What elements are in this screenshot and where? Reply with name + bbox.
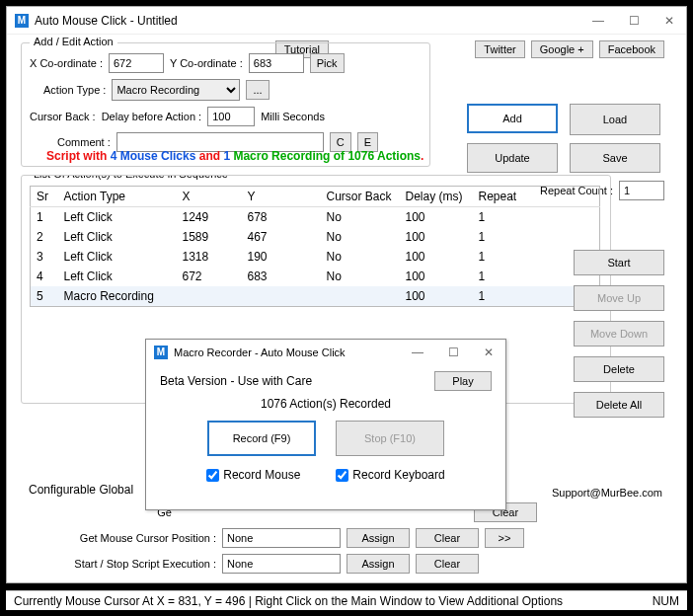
beta-label: Beta Version - Use with Care <box>160 374 312 388</box>
get-cursor-input[interactable] <box>222 528 341 548</box>
delete-all-button[interactable]: Delete All <box>574 392 664 418</box>
conf-global-label: Configurable Global <box>29 483 133 497</box>
action-type-label: Action Type : <box>43 84 106 96</box>
repeat-input[interactable] <box>619 181 664 200</box>
th-cb: Cursor Back <box>321 187 400 207</box>
app-logo: M <box>15 14 29 28</box>
th-type: Action Type <box>58 187 177 207</box>
list-legend: List Of Action(s) to Execute in Sequence <box>30 175 232 180</box>
th-sr: Sr <box>31 187 58 207</box>
add-button[interactable]: Add <box>467 104 558 133</box>
get-cursor-label: Get Mouse Cursor Position : <box>29 532 216 544</box>
comment-label: Comment : <box>57 136 111 148</box>
e-button[interactable]: E <box>357 132 378 152</box>
move-up-button[interactable]: Move Up <box>574 285 664 311</box>
group-title: Add / Edit Action <box>30 36 117 47</box>
th-y: Y <box>242 187 321 207</box>
table-row[interactable]: 3Left Click1318190No1001 <box>31 247 600 267</box>
th-x: X <box>177 187 242 207</box>
support-link[interactable]: Support@MurBee.com <box>552 487 662 499</box>
save-button[interactable]: Save <box>570 143 660 173</box>
assign3-button[interactable]: Assign <box>346 554 410 574</box>
start-button[interactable]: Start <box>574 250 664 275</box>
minimize-icon[interactable]: — <box>589 14 607 28</box>
rec-maximize-icon[interactable]: ☐ <box>444 346 462 359</box>
titlebar: M Auto Mouse Click - Untitled — ☐ ✕ <box>7 7 686 35</box>
num-indicator: NUM <box>653 594 679 608</box>
status-text: Currently Mouse Cursor At X = 831, Y = 4… <box>14 594 563 608</box>
stop-button[interactable]: Stop (F10) <box>336 421 444 456</box>
action-table[interactable]: Sr Action Type X Y Cursor Back Delay (ms… <box>30 186 600 307</box>
maximize-icon[interactable]: ☐ <box>625 14 643 28</box>
more-button[interactable]: >> <box>485 528 524 548</box>
close-icon[interactable]: ✕ <box>660 14 678 28</box>
y-input[interactable] <box>249 53 304 73</box>
action-type-select[interactable]: Macro Recording <box>112 79 240 101</box>
comment-input[interactable] <box>116 132 324 152</box>
th-delay: Delay (ms) <box>400 187 473 207</box>
add-edit-group: Add / Edit Action X Co-ordinate : Y Co-o… <box>21 42 430 167</box>
x-label: X Co-ordinate : <box>30 57 103 69</box>
recorder-logo: M <box>154 346 168 359</box>
rec-minimize-icon[interactable]: — <box>409 346 426 359</box>
table-row[interactable]: 1Left Click1249678No1001 <box>31 207 600 228</box>
y-label: Y Co-ordinate : <box>170 57 243 69</box>
start-stop-input[interactable] <box>222 554 341 574</box>
record-button[interactable]: Record (F9) <box>207 421 316 456</box>
record-mouse-check[interactable]: Record Mouse <box>206 468 300 482</box>
play-button[interactable]: Play <box>434 371 492 391</box>
load-button[interactable]: Load <box>570 104 660 135</box>
recorder-window: M Macro Recorder - Auto Mouse Click — ☐ … <box>145 339 506 510</box>
record-keyboard-check[interactable]: Record Keyboard <box>336 468 444 482</box>
action-count-label: 1076 Action(s) Recorded <box>160 397 492 411</box>
move-down-button[interactable]: Move Down <box>574 321 664 346</box>
window-title: Auto Mouse Click - Untitled <box>35 14 589 28</box>
table-row[interactable]: 2Left Click1589467No1001 <box>31 227 600 247</box>
status-bar: Currently Mouse Cursor At X = 831, Y = 4… <box>6 590 687 610</box>
recorder-title: Macro Recorder - Auto Mouse Click <box>174 346 409 358</box>
clear2-button[interactable]: Clear <box>416 528 479 548</box>
update-button[interactable]: Update <box>467 143 558 173</box>
table-row[interactable]: 4Left Click672683No1001 <box>31 267 600 286</box>
delete-button[interactable]: Delete <box>574 356 664 382</box>
clear3-button[interactable]: Clear <box>416 554 479 574</box>
th-repeat: Repeat <box>473 187 600 207</box>
table-row[interactable]: 5Macro Recording1001 <box>31 286 600 307</box>
ellipsis-button[interactable]: ... <box>246 80 269 100</box>
cursor-back-label: Cursor Back : <box>30 111 96 122</box>
assign2-button[interactable]: Assign <box>346 528 410 548</box>
pick-button[interactable]: Pick <box>310 53 345 73</box>
delay-input[interactable] <box>207 107 255 126</box>
main-window: M Auto Mouse Click - Untitled — ☐ ✕ Tuto… <box>6 6 687 583</box>
rec-close-icon[interactable]: ✕ <box>480 346 498 359</box>
c-button[interactable]: C <box>330 132 351 152</box>
start-stop-label: Start / Stop Script Execution : <box>29 558 216 570</box>
x-input[interactable] <box>109 53 164 73</box>
ms-label: Milli Seconds <box>261 111 325 122</box>
delay-label: Delay before Action : <box>102 111 202 122</box>
